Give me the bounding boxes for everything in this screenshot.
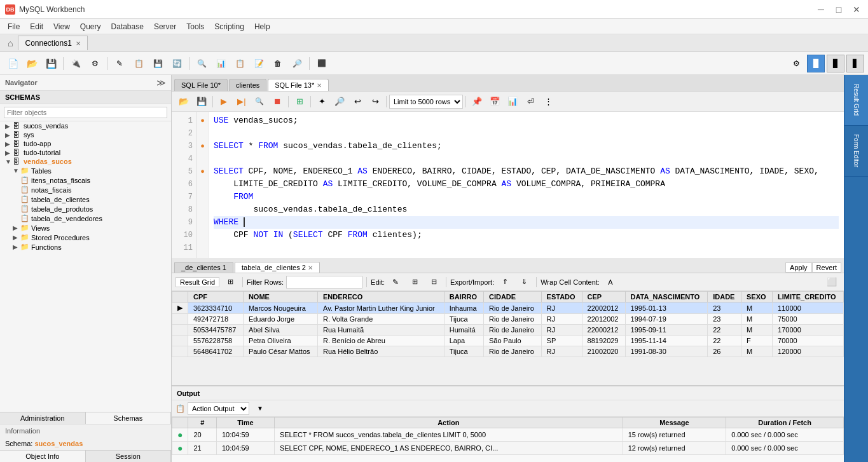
schema-sucos-vendas[interactable]: ▶ 🗄 sucos_vendas: [0, 121, 171, 130]
conn-tab-close[interactable]: ✕: [76, 40, 81, 47]
administration-tab[interactable]: Administration: [0, 412, 86, 424]
menu-edit[interactable]: Edit: [25, 21, 48, 32]
export-icon[interactable]: ⇑: [497, 275, 513, 290]
sql-save-button[interactable]: 💾: [149, 55, 167, 72]
open-file-button[interactable]: 📂: [23, 55, 41, 72]
grid-settings-icon[interactable]: ⊞: [222, 275, 238, 290]
col-estado[interactable]: ESTADO: [541, 292, 582, 302]
result-grid-panel-btn[interactable]: Result Grid: [844, 75, 868, 126]
col-data-nasc[interactable]: DATA_NASCIMENTO: [625, 292, 708, 302]
import-row-icon[interactable]: ⊟: [425, 275, 442, 290]
open-table-button[interactable]: 📂: [176, 94, 192, 109]
tree-toggle[interactable]: ▶: [5, 140, 13, 147]
action-output-select[interactable]: Action Output History Output Text Output: [188, 402, 249, 415]
table-search-button[interactable]: 🔎: [288, 55, 306, 72]
col-endereco[interactable]: ENDERECO: [318, 292, 444, 302]
table-row[interactable]: ▶ 3623334710 Marcos Nougeuira Av. Pastor…: [172, 302, 844, 314]
more-options-button[interactable]: ⋮: [540, 94, 556, 109]
table-inspector-button[interactable]: 📊: [212, 55, 230, 72]
beautify-button[interactable]: ✦: [313, 94, 330, 109]
edit-icon[interactable]: ✎: [387, 275, 404, 290]
layout-3-button[interactable]: ▋: [846, 55, 864, 72]
schema-tudo-app[interactable]: ▶ 🗄 tudo-app: [0, 139, 171, 148]
table-itens-notas-fiscais[interactable]: 📋 itens_notas_fiscais: [0, 175, 171, 185]
execute-button[interactable]: ▶: [216, 94, 232, 109]
col-cidade[interactable]: CIDADE: [483, 292, 541, 302]
menu-file[interactable]: File: [3, 21, 25, 32]
table-data-button[interactable]: 📋: [231, 55, 249, 72]
col-sexo[interactable]: SEXO: [741, 292, 773, 302]
tree-toggle[interactable]: ▶: [5, 132, 13, 139]
stop-button[interactable]: ⏹: [269, 94, 286, 109]
pin-button[interactable]: 📌: [469, 94, 485, 109]
table-row[interactable]: 50534475787 Abel Silva Rua Humaitã Humai…: [172, 325, 844, 336]
settings-button[interactable]: ⚙: [787, 55, 805, 72]
sql-new-button[interactable]: ✎: [111, 55, 128, 72]
schema-sys[interactable]: ▶ 🗄 sys: [0, 130, 171, 139]
menu-view[interactable]: View: [48, 21, 75, 32]
filter-rows-input[interactable]: [286, 276, 362, 289]
execute-selection-button[interactable]: ▶|: [233, 94, 250, 109]
table-create-button[interactable]: 📝: [250, 55, 268, 72]
import-icon[interactable]: ⇓: [516, 275, 532, 290]
col-idade[interactable]: IDADE: [708, 292, 741, 302]
layout-2-button[interactable]: ▊: [827, 55, 844, 72]
form-editor-panel-btn[interactable]: Form Editor: [844, 126, 868, 177]
col-cpf[interactable]: CPF: [188, 292, 244, 302]
tables-folder[interactable]: ▼ 📁 Tables: [0, 166, 171, 175]
tree-toggle[interactable]: ▶: [5, 149, 13, 156]
maximize-button[interactable]: □: [832, 3, 845, 16]
minimize-button[interactable]: ─: [815, 3, 827, 16]
tree-toggle[interactable]: ▶: [5, 123, 13, 130]
table-row[interactable]: 492472718 Eduardo Jorge R. Volta Grande …: [172, 314, 844, 325]
find-replace-button[interactable]: 🔎: [331, 94, 348, 109]
sql-open-button[interactable]: 📋: [130, 55, 148, 72]
session-tab[interactable]: Session: [86, 451, 172, 462]
stored-procedures-folder[interactable]: ▶ 📁 Stored Procedures: [0, 233, 171, 242]
minimize-results-icon[interactable]: ⬜: [823, 275, 840, 290]
layout-1-button[interactable]: ▉: [807, 55, 825, 72]
home-button[interactable]: ⌂: [3, 36, 18, 51]
save-file-button[interactable]: 💾: [42, 55, 60, 72]
new-file-button[interactable]: 📄: [4, 55, 22, 72]
menu-tools[interactable]: Tools: [181, 21, 209, 32]
result-tab-1[interactable]: _de_clientes 1: [174, 262, 233, 273]
table-drop-button[interactable]: 🗑: [269, 55, 287, 72]
schemas-tab[interactable]: Schemas: [86, 412, 172, 424]
col-nome[interactable]: NOME: [243, 292, 317, 302]
word-wrap-button[interactable]: ⏎: [522, 94, 539, 109]
new-connection-button[interactable]: 🔌: [67, 55, 85, 72]
apply-button[interactable]: Apply: [785, 262, 812, 273]
save-sql-button[interactable]: 💾: [193, 94, 210, 109]
views-folder[interactable]: ▶ 📁 Views: [0, 223, 171, 233]
menu-query[interactable]: Query: [75, 21, 106, 32]
tree-toggle[interactable]: ▼: [13, 167, 20, 174]
toggle-output-button[interactable]: ⊞: [291, 94, 308, 109]
col-cep[interactable]: CEP: [582, 292, 625, 302]
result-grid-button[interactable]: Result Grid: [176, 277, 219, 287]
table-row[interactable]: 5576228758 Petra Oliveira R. Benício de …: [172, 336, 844, 346]
undo-button[interactable]: ↩: [349, 94, 366, 109]
revert-button[interactable]: Revert: [812, 262, 841, 273]
redo-button[interactable]: ↪: [367, 94, 383, 109]
tree-toggle[interactable]: ▶: [13, 224, 20, 231]
col-bairro[interactable]: BAIRRO: [444, 292, 483, 302]
table-row[interactable]: 5648641702 Paulo César Mattos Rua Hélio …: [172, 346, 844, 357]
table-tabela-clientes[interactable]: 📋 tabela_de_clientes: [0, 194, 171, 204]
schema-tudo-tutorial[interactable]: ▶ 🗄 tudo-tutorial: [0, 148, 171, 157]
navigator-collapse-icon[interactable]: ≫: [156, 78, 166, 88]
calendar-button[interactable]: 📅: [486, 94, 503, 109]
explain-button[interactable]: 🔍: [251, 94, 268, 109]
wrap-icon[interactable]: A: [602, 275, 619, 290]
tree-toggle[interactable]: ▶: [13, 234, 20, 241]
table-tabela-produtos[interactable]: 📋 tabela_de_produtos: [0, 204, 171, 214]
result-tab-2[interactable]: tabela_de_clientes 2 ✕: [235, 262, 320, 273]
sql-editor[interactable]: 1 2 3 4 5 6 7 8 9 10 11 ● ● ●: [172, 112, 844, 258]
sql-tab-close[interactable]: ✕: [317, 82, 322, 89]
limit-select[interactable]: Limit to 5000 rows Don't Limit Limit to …: [389, 95, 463, 109]
sql-tab-active[interactable]: SQL File 13* ✕: [268, 79, 329, 91]
tree-toggle[interactable]: ▼: [5, 158, 13, 165]
sql-tab-1[interactable]: SQL File 10*: [174, 79, 228, 91]
reconnect-button[interactable]: 🔄: [168, 55, 186, 72]
table-notas-fiscais[interactable]: 📋 notas_fiscais: [0, 185, 171, 194]
